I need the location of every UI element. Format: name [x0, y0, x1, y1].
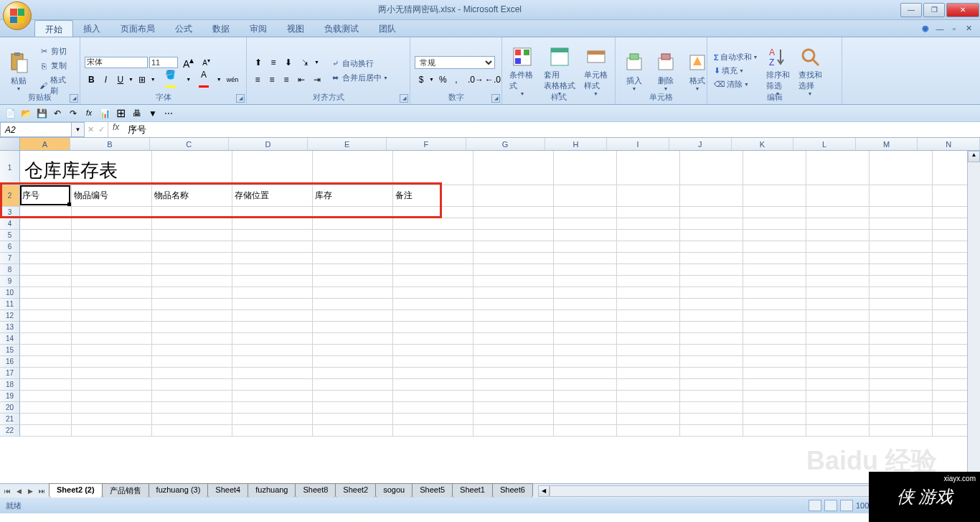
- cell-H6[interactable]: [554, 241, 617, 253]
- qat-filter-button[interactable]: ▼: [146, 106, 160, 121]
- cell-L4[interactable]: [806, 218, 870, 230]
- cell-B19[interactable]: [72, 391, 152, 402]
- cell-D14[interactable]: [232, 333, 313, 345]
- cell-E15[interactable]: [313, 345, 393, 356]
- cell-F11[interactable]: [393, 299, 473, 310]
- cell-J3[interactable]: [680, 207, 743, 218]
- cell-B21[interactable]: [72, 414, 152, 425]
- col-header-B[interactable]: B: [70, 138, 149, 150]
- cell-J17[interactable]: [680, 368, 743, 379]
- sheet-tab-9[interactable]: Sheet1: [452, 483, 493, 498]
- cell-I13[interactable]: [617, 322, 680, 333]
- col-header-C[interactable]: C: [150, 138, 229, 150]
- cell-A20[interactable]: [20, 402, 72, 414]
- minimize-button[interactable]: —: [900, 3, 922, 17]
- cell-J4[interactable]: [680, 218, 743, 230]
- sheet-tab-5[interactable]: Sheet8: [295, 483, 336, 498]
- copy-button[interactable]: ⎘复制: [36, 60, 75, 73]
- col-header-I[interactable]: I: [607, 138, 669, 150]
- row-header-10[interactable]: 10: [0, 287, 20, 299]
- cell-E11[interactable]: [313, 299, 393, 310]
- cell-H14[interactable]: [554, 333, 617, 345]
- close-workbook-icon[interactable]: ✕: [963, 24, 974, 33]
- col-header-F[interactable]: F: [387, 138, 466, 150]
- cell-K12[interactable]: [743, 310, 806, 322]
- cell-I4[interactable]: [617, 218, 680, 230]
- cell-F2[interactable]: 备注: [393, 185, 473, 207]
- sheet-tab-1[interactable]: 产品销售: [102, 483, 149, 498]
- cell-A19[interactable]: [20, 391, 72, 402]
- row-header-4[interactable]: 4: [0, 218, 20, 230]
- cell-A17[interactable]: [20, 368, 72, 379]
- cell-J12[interactable]: [680, 310, 743, 322]
- cell-B10[interactable]: [72, 287, 152, 299]
- name-box-dropdown[interactable]: ▼: [72, 122, 85, 137]
- cell-J6[interactable]: [680, 241, 743, 253]
- cell-A3[interactable]: [20, 207, 72, 218]
- cell-B22[interactable]: [72, 425, 152, 437]
- cell-G11[interactable]: [473, 299, 554, 310]
- cell-K8[interactable]: [743, 264, 806, 276]
- cell-E21[interactable]: [313, 414, 393, 425]
- cell-G8[interactable]: [473, 264, 554, 276]
- cell-J2[interactable]: [680, 185, 743, 207]
- cell-J22[interactable]: [680, 425, 743, 437]
- col-header-J[interactable]: J: [669, 138, 732, 150]
- cell-K10[interactable]: [743, 287, 806, 299]
- cell-F8[interactable]: [393, 264, 473, 276]
- cell-M10[interactable]: [870, 287, 933, 299]
- cell-K22[interactable]: [743, 425, 806, 437]
- page-break-view-button[interactable]: [840, 500, 853, 511]
- cell-F14[interactable]: [393, 333, 473, 345]
- cell-D5[interactable]: [232, 230, 313, 241]
- cell-D16[interactable]: [232, 356, 313, 368]
- cell-J18[interactable]: [680, 379, 743, 391]
- cell-E8[interactable]: [313, 264, 393, 276]
- cell-K19[interactable]: [743, 391, 806, 402]
- cell-G6[interactable]: [473, 241, 554, 253]
- cell-F15[interactable]: [393, 345, 473, 356]
- cell-L14[interactable]: [806, 333, 870, 345]
- sheet-tab-6[interactable]: Sheet2: [335, 483, 376, 498]
- cell-I7[interactable]: [617, 253, 680, 264]
- cell-J21[interactable]: [680, 414, 743, 425]
- cell-G14[interactable]: [473, 333, 554, 345]
- cell-E13[interactable]: [313, 322, 393, 333]
- scroll-up-button[interactable]: ▲: [968, 151, 980, 162]
- cell-E12[interactable]: [313, 310, 393, 322]
- cell-M11[interactable]: [870, 299, 933, 310]
- cell-D21[interactable]: [232, 414, 313, 425]
- col-header-L[interactable]: L: [793, 138, 856, 150]
- cell-G17[interactable]: [473, 368, 554, 379]
- percent-button[interactable]: %: [435, 73, 448, 87]
- qat-chart-button[interactable]: 📊: [98, 106, 112, 121]
- alignment-launcher[interactable]: ◢: [400, 94, 408, 103]
- wrap-text-button[interactable]: ⤶自动换行: [327, 57, 390, 70]
- cell-A7[interactable]: [20, 253, 72, 264]
- cell-M12[interactable]: [870, 310, 933, 322]
- cell-J19[interactable]: [680, 391, 743, 402]
- cell-K16[interactable]: [743, 356, 806, 368]
- cell-D2[interactable]: 存储位置: [232, 185, 313, 207]
- merge-button[interactable]: ⬌合并后居中▼: [327, 72, 390, 85]
- cell-J10[interactable]: [680, 287, 743, 299]
- cell-A2[interactable]: 序号: [20, 185, 72, 207]
- cell-B12[interactable]: [72, 310, 152, 322]
- cell-H1[interactable]: [554, 151, 617, 185]
- cell-D6[interactable]: [232, 241, 313, 253]
- normal-view-button[interactable]: [809, 500, 821, 511]
- cell-H13[interactable]: [554, 322, 617, 333]
- cell-B9[interactable]: [72, 276, 152, 287]
- cell-G9[interactable]: [473, 276, 554, 287]
- cell-D22[interactable]: [232, 425, 313, 437]
- cell-K3[interactable]: [743, 207, 806, 218]
- cell-E6[interactable]: [313, 241, 393, 253]
- cell-G20[interactable]: [473, 402, 554, 414]
- cell-H18[interactable]: [554, 379, 617, 391]
- cell-C18[interactable]: [152, 379, 232, 391]
- cell-F20[interactable]: [393, 402, 473, 414]
- cell-D13[interactable]: [232, 322, 313, 333]
- comma-button[interactable]: ,: [450, 73, 463, 87]
- cell-M2[interactable]: [870, 185, 933, 207]
- cell-F3[interactable]: [393, 207, 473, 218]
